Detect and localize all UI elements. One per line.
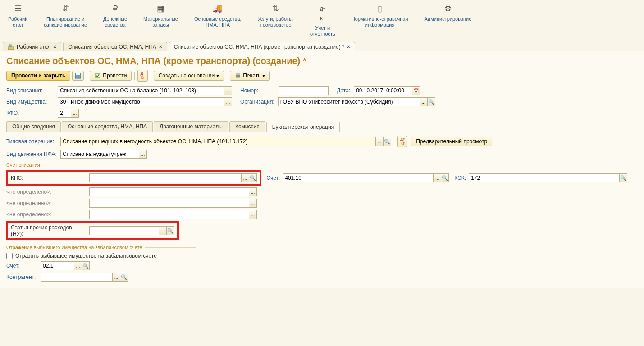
nav-planning[interactable]: ⇵ Планирование и санкционирование	[36, 0, 95, 41]
post-button[interactable]: Провести	[90, 71, 132, 81]
zabalans-checkbox-label: Отразить выбывшее имущество на забалансо…	[15, 253, 157, 259]
nomer-input[interactable]	[279, 86, 329, 95]
legend-schet-spisaniya: Счет списания	[6, 162, 638, 168]
tab-desktop[interactable]: Рабочий стол ×	[3, 42, 61, 51]
select-button[interactable]: ...	[74, 261, 82, 270]
select-button[interactable]: ...	[249, 187, 257, 196]
search-button[interactable]: 🔍	[166, 226, 174, 235]
label-kek: КЭК:	[454, 175, 466, 181]
data-field[interactable]: 📅	[354, 86, 420, 95]
grid-icon: ▦	[143, 4, 178, 14]
vid-spisaniya-field[interactable]: ...	[58, 86, 232, 95]
zab-schet-input[interactable]	[41, 261, 74, 270]
nav-admin[interactable]: ⚙ Администрирование	[416, 0, 480, 41]
org-field[interactable]: ... 🔍	[278, 97, 435, 106]
tab-document[interactable]: Списание объектов ОС, НМА, НПА (кроме тр…	[169, 42, 355, 51]
nav-materials[interactable]: ▦ Материальные запасы	[135, 0, 186, 41]
dtkt-button[interactable]: ДтКт	[397, 136, 407, 147]
tab-list[interactable]: Списания объектов ОС, НМА, НПА ×	[63, 42, 167, 51]
undef3-field[interactable]: ...	[89, 210, 257, 219]
tab-general[interactable]: Общие сведения	[6, 121, 61, 132]
search-button[interactable]: 🔍	[619, 173, 627, 182]
save-button[interactable]	[72, 71, 84, 81]
close-icon[interactable]: ×	[53, 44, 56, 50]
undef3-input[interactable]	[89, 210, 249, 219]
dtkt-icon: ДтКт	[140, 72, 145, 80]
kps-input[interactable]	[89, 173, 242, 182]
search-button[interactable]: 🔍	[383, 137, 391, 146]
search-button[interactable]: 🔍	[120, 273, 128, 282]
data-input[interactable]	[354, 86, 412, 95]
dtkt-button[interactable]: ДтКт	[137, 70, 147, 82]
nav-accounting[interactable]: ДтКт Учет и отчетность	[302, 0, 343, 41]
kontragent-input[interactable]	[41, 273, 113, 282]
search-icon: 🔍	[167, 228, 174, 234]
select-button[interactable]: ...	[112, 273, 120, 282]
kps-field[interactable]: ... 🔍	[89, 173, 257, 182]
label-statya: Статья прочих расходов (НУ):	[11, 224, 86, 237]
tab-commission[interactable]: Комиссия	[229, 121, 265, 132]
select-button[interactable]: ...	[241, 173, 249, 182]
chevron-down-icon: ▾	[262, 73, 265, 79]
select-button[interactable]: ...	[433, 173, 441, 182]
schet-field[interactable]: ... 🔍	[283, 173, 449, 182]
kek-input[interactable]	[469, 173, 620, 182]
search-button[interactable]: 🔍	[82, 261, 90, 270]
nav-money[interactable]: ₽ Денежные средства	[95, 0, 135, 41]
select-button[interactable]: ...	[375, 137, 384, 146]
select-button[interactable]: ...	[420, 97, 428, 106]
select-button[interactable]: ...	[71, 109, 79, 118]
kfo-input[interactable]	[58, 109, 71, 118]
undef1-field[interactable]: ...	[89, 187, 257, 196]
tab-precious[interactable]: Драгоценные материалы	[154, 121, 228, 132]
vid-im-input[interactable]	[58, 97, 224, 106]
nav-desktop[interactable]: ☰ Рабочий стол	[0, 0, 36, 41]
ruble-icon: ₽	[103, 4, 127, 14]
label-undef2: <не определено>:	[6, 200, 86, 206]
search-button[interactable]: 🔍	[249, 173, 257, 182]
search-button[interactable]: 🔍	[441, 173, 449, 182]
post-close-button[interactable]: Провести и закрыть	[6, 71, 70, 81]
select-button[interactable]: ...	[224, 86, 232, 95]
tab-operation[interactable]: Бухгалтерская операция	[266, 122, 340, 132]
typ-op-input[interactable]	[60, 137, 376, 146]
select-button[interactable]: ...	[249, 199, 257, 208]
close-icon[interactable]: ×	[347, 44, 350, 50]
search-icon: 🔍	[428, 99, 434, 105]
menu-icon: ☰	[8, 4, 27, 14]
zabalans-checkbox[interactable]	[6, 253, 13, 259]
undef2-field[interactable]: ...	[89, 199, 257, 208]
vid-im-field[interactable]: ...	[58, 97, 232, 106]
tab-assets[interactable]: Основные средства, НМА, НПА	[62, 121, 153, 132]
statya-input[interactable]	[89, 226, 159, 235]
select-button[interactable]: ...	[224, 97, 232, 106]
nav-services[interactable]: ⇅ Услуги, работы, производство	[250, 0, 302, 41]
select-button[interactable]: ...	[159, 226, 167, 235]
create-based-button[interactable]: Создать на основании ▾	[154, 71, 224, 81]
statya-field[interactable]: ... 🔍	[89, 226, 174, 235]
vid-spisaniya-input[interactable]	[58, 86, 224, 95]
vid-dv-field[interactable]: ...	[60, 150, 147, 159]
preview-button[interactable]: Предварительный просмотр	[411, 137, 492, 146]
schet-input[interactable]	[283, 173, 434, 182]
search-button[interactable]: 🔍	[427, 97, 435, 106]
print-button[interactable]: Печать ▾	[230, 71, 270, 81]
kontragent-field[interactable]: ... 🔍	[41, 273, 128, 282]
typ-op-field[interactable]: ... 🔍	[60, 137, 391, 146]
org-input[interactable]	[278, 97, 420, 106]
zab-schet-field[interactable]: ... 🔍	[41, 261, 90, 270]
close-icon[interactable]: ×	[159, 44, 162, 50]
label-undef3: <не определено>:	[6, 211, 86, 218]
calendar-button[interactable]: 📅	[412, 86, 420, 95]
gear-icon: ⚙	[424, 4, 471, 14]
select-button[interactable]: ...	[139, 150, 147, 159]
select-button[interactable]: ...	[249, 210, 257, 219]
vid-dv-input[interactable]	[60, 150, 139, 159]
kfo-field[interactable]: ...	[58, 109, 79, 118]
kek-field[interactable]: 🔍	[469, 173, 627, 182]
nav-reference[interactable]: ▯ Нормативно-справочная информация	[343, 0, 416, 41]
undef1-input[interactable]	[89, 187, 249, 196]
nav-fixed-assets[interactable]: 🚚 Основные средства, НМА, НПА	[186, 0, 250, 41]
calendar-icon: 📅	[413, 88, 419, 93]
undef2-input[interactable]	[89, 199, 249, 208]
